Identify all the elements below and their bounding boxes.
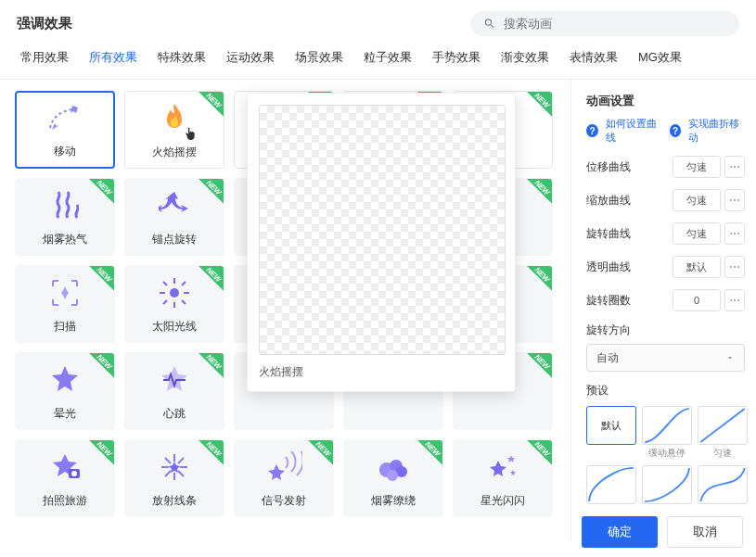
new-badge: NEW <box>79 440 114 475</box>
effect-card[interactable]: NEW锚点旋转 <box>124 178 224 256</box>
tab-7[interactable]: 渐变效果 <box>501 49 549 70</box>
tab-4[interactable]: 场景效果 <box>295 49 343 70</box>
effect-card[interactable]: NEW心跳 <box>124 352 224 430</box>
curve-label: 位移曲线 <box>586 159 673 175</box>
curve-more-button[interactable]: ⋯ <box>724 156 745 178</box>
help-links: ? 如何设置曲线 ? 实现曲折移动 <box>586 117 745 145</box>
effect-label: 扫描 <box>54 319 76 335</box>
preset-item[interactable] <box>698 406 748 445</box>
curve-select[interactable]: 匀速 <box>673 189 721 211</box>
effect-label: 拍照旅游 <box>43 493 87 509</box>
effect-label: 晕光 <box>54 406 76 422</box>
presets-grid: 默认 缓动悬停匀速 <box>586 406 745 504</box>
curve-more-button[interactable]: ⋯ <box>724 222 745 245</box>
curve-more-button[interactable]: ⋯ <box>724 256 745 278</box>
new-badge: NEW <box>517 266 552 301</box>
new-badge: NEW <box>79 179 114 214</box>
help-link-curve[interactable]: 如何设置曲线 <box>606 117 662 145</box>
search-input[interactable] <box>504 17 726 31</box>
preset-item[interactable] <box>698 465 748 504</box>
rotation-dir-select[interactable]: 自动 <box>586 344 745 372</box>
effect-label: 烟雾缭绕 <box>371 493 416 509</box>
curve-select[interactable]: 匀速 <box>673 222 721 245</box>
rotation-count-input[interactable]: 0 <box>673 289 721 311</box>
effect-card[interactable]: 移动 <box>15 91 115 169</box>
settings-title: 动画设置 <box>586 93 745 109</box>
preview-label: 火焰摇摆 <box>259 364 504 380</box>
preset-item[interactable] <box>642 406 692 445</box>
tab-0[interactable]: 常用效果 <box>20 49 69 70</box>
effect-card[interactable]: NEW晕光 <box>15 352 115 430</box>
preset-label: 匀速 <box>698 447 748 460</box>
svg-point-0 <box>170 288 179 297</box>
cursor-hand-icon <box>183 127 198 142</box>
preset-item[interactable] <box>586 465 636 504</box>
effect-card[interactable]: NEW火焰摇摆 <box>124 91 224 169</box>
effect-card[interactable]: NEW烟雾缭绕 <box>343 439 443 517</box>
tab-1[interactable]: 所有效果 <box>89 49 137 70</box>
cancel-button[interactable]: 取消 <box>667 516 743 548</box>
effect-card[interactable]: NEW拍照旅游 <box>15 439 115 517</box>
effect-card[interactable]: NEW星光闪闪 <box>453 439 553 517</box>
preset-label: 缓动悬停 <box>642 447 692 460</box>
search-box[interactable] <box>470 11 739 36</box>
rotation-dir-value: 自动 <box>596 350 619 366</box>
effect-card[interactable]: NEW放射线条 <box>124 439 224 517</box>
preset-item[interactable] <box>642 465 692 504</box>
tab-9[interactable]: MG效果 <box>638 49 682 70</box>
new-badge: NEW <box>188 266 224 301</box>
new-badge: NEW <box>188 440 224 475</box>
new-badge: NEW <box>188 179 224 214</box>
new-badge: NEW <box>79 353 114 388</box>
new-badge: NEW <box>298 440 333 475</box>
effect-card[interactable]: NEW烟雾热气 <box>15 178 115 256</box>
presets-label: 预设 <box>586 383 745 399</box>
preview-popup: 火焰摇摆 <box>247 93 516 392</box>
curve-more-button[interactable]: ⋯ <box>724 189 745 211</box>
help-link-zigzag[interactable]: 实现曲折移动 <box>688 117 745 145</box>
settings-panel: 动画设置 ? 如何设置曲线 ? 实现曲折移动 位移曲线匀速⋯缩放曲线匀速⋯旋转曲… <box>570 80 756 541</box>
tab-2[interactable]: 特殊效果 <box>158 49 206 70</box>
rotation-count-label: 旋转圈数 <box>586 293 673 309</box>
effect-card[interactable]: NEW扫描 <box>15 265 115 343</box>
curve-select[interactable]: 匀速 <box>673 156 721 178</box>
effect-label: 锚点旋转 <box>152 232 197 247</box>
tabs: 常用效果所有效果特殊效果运动效果场景效果粒子效果手势效果渐变效果表情效果MG效果 <box>0 44 756 80</box>
chevron-down-icon <box>725 353 735 362</box>
new-badge: NEW <box>517 92 552 127</box>
tab-6[interactable]: 手势效果 <box>432 49 481 70</box>
curve-label: 缩放曲线 <box>586 193 673 209</box>
new-badge: NEW <box>188 92 224 127</box>
effect-card[interactable]: NEW太阳光线 <box>124 265 224 343</box>
curve-select[interactable]: 默认 <box>673 256 721 278</box>
help-icon: ? <box>670 124 682 137</box>
effect-icon <box>17 93 113 144</box>
tab-8[interactable]: 表情效果 <box>570 49 618 70</box>
preview-canvas <box>259 105 506 355</box>
curve-label: 旋转曲线 <box>586 226 673 242</box>
svg-point-6 <box>387 470 398 481</box>
preset-item[interactable]: 默认 <box>586 406 636 445</box>
effect-label: 信号发射 <box>262 493 306 509</box>
new-badge: NEW <box>407 440 442 475</box>
curve-label: 透明曲线 <box>586 260 673 275</box>
rotation-count-more[interactable]: ⋯ <box>724 289 745 311</box>
new-badge: NEW <box>517 440 552 475</box>
rotation-dir-label: 旋转方向 <box>586 323 745 338</box>
new-badge: NEW <box>79 266 114 301</box>
help-icon: ? <box>586 124 598 137</box>
effect-label: 火焰摇摆 <box>152 145 197 160</box>
svg-point-2 <box>71 471 77 476</box>
tab-3[interactable]: 运动效果 <box>226 49 275 70</box>
effect-label: 星光闪闪 <box>481 493 525 509</box>
new-badge: NEW <box>517 179 552 214</box>
new-badge: NEW <box>517 353 552 388</box>
new-badge: NEW <box>188 353 224 388</box>
tab-5[interactable]: 粒子效果 <box>364 49 412 70</box>
page-title: 强调效果 <box>17 15 470 32</box>
effect-label: 烟雾热气 <box>43 232 87 247</box>
search-icon <box>483 17 496 31</box>
ok-button[interactable]: 确定 <box>582 516 658 548</box>
effect-label: 放射线条 <box>152 493 197 509</box>
effect-card[interactable]: NEW信号发射 <box>234 439 334 517</box>
